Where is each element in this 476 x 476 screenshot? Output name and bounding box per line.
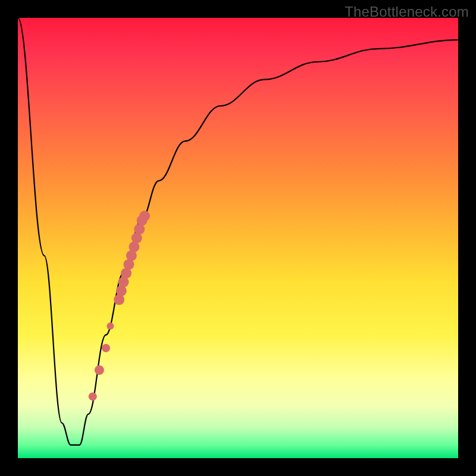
data-marker <box>89 392 97 400</box>
chart-frame: TheBottleneck.com <box>0 0 476 476</box>
bottleneck-curve <box>18 18 458 445</box>
data-marker <box>139 211 150 221</box>
watermark-text: TheBottleneck.com <box>345 4 469 20</box>
data-marker <box>102 344 110 352</box>
data-marker <box>95 365 104 375</box>
plot-area <box>18 18 458 458</box>
marker-group <box>89 211 150 400</box>
data-marker <box>107 322 114 330</box>
curve-svg <box>18 18 458 458</box>
